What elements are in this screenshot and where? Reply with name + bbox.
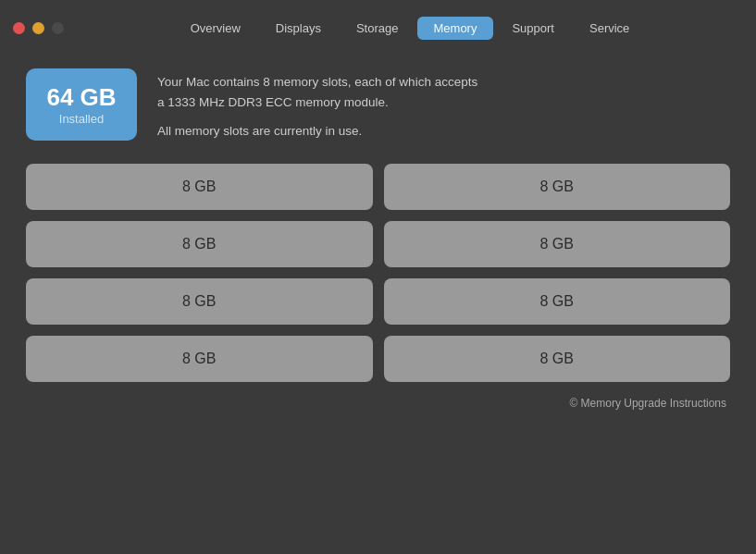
installed-gb: 64 GB	[46, 83, 117, 112]
tab-overview[interactable]: Overview	[174, 17, 257, 40]
installed-label: Installed	[46, 112, 117, 126]
memory-slot-3: 8 GB	[26, 221, 373, 267]
maximize-button[interactable]	[52, 22, 64, 34]
info-section: 64 GB Installed Your Mac contains 8 memo…	[26, 68, 730, 142]
memory-slot-1: 8 GB	[26, 164, 373, 210]
memory-slot-5: 8 GB	[26, 278, 373, 325]
footer: © Memory Upgrade Instructions	[26, 397, 730, 410]
title-bar: Overview Displays Storage Memory Support…	[0, 0, 756, 46]
tab-service[interactable]: Service	[573, 17, 646, 40]
memory-slot-2: 8 GB	[384, 164, 731, 210]
memory-slot-7: 8 GB	[26, 336, 373, 382]
traffic-lights	[13, 22, 64, 34]
memory-slot-4: 8 GB	[384, 221, 731, 267]
tab-bar: Overview Displays Storage Memory Support…	[77, 17, 743, 40]
memory-slot-8: 8 GB	[384, 336, 731, 382]
tab-storage[interactable]: Storage	[340, 17, 415, 40]
close-button[interactable]	[13, 22, 25, 34]
installed-badge: 64 GB Installed	[26, 68, 137, 141]
info-line-3: All memory slots are currently in use.	[157, 121, 477, 142]
info-text: Your Mac contains 8 memory slots, each o…	[157, 68, 477, 142]
memory-slot-6: 8 GB	[384, 278, 731, 325]
tab-support[interactable]: Support	[495, 17, 571, 40]
info-line-1: Your Mac contains 8 memory slots, each o…	[157, 72, 477, 112]
memory-slots-grid: 8 GB 8 GB 8 GB 8 GB 8 GB 8 GB 8 GB 8 GB	[26, 164, 730, 382]
tab-memory[interactable]: Memory	[417, 17, 494, 40]
content-area: 64 GB Installed Your Mac contains 8 memo…	[0, 46, 756, 425]
tab-displays[interactable]: Displays	[259, 17, 338, 40]
memory-upgrade-link[interactable]: © Memory Upgrade Instructions	[569, 397, 726, 410]
minimize-button[interactable]	[32, 22, 44, 34]
